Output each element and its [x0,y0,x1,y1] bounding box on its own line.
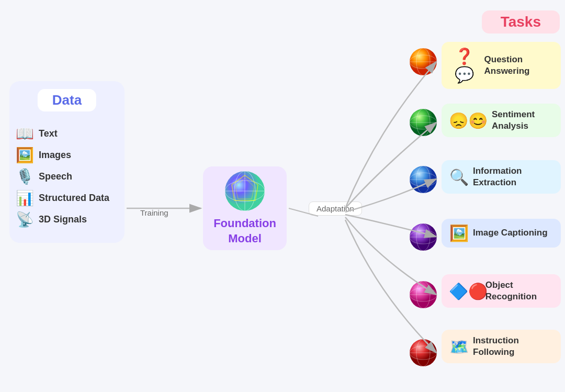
sa-task-label: SentimentAnalysis [492,109,535,132]
data-panel: Data 📖 Text 🖼️ Images 🎙️ Speech 📊 Struct… [9,81,125,243]
qa-task-label: Question Answering [484,54,553,77]
ie-task-icon: 🔍 [449,168,469,186]
text-icon: 📖 [15,125,35,142]
task-card-ie: 🔍 Information Extraction [442,160,561,194]
training-label: Training [140,208,168,217]
if-task-icon: 🗺️ [449,338,469,356]
data-item-speech-label: Speech [39,171,72,182]
task-card-ic: 🖼️ Image Captioning [442,219,561,248]
images-icon: 🖼️ [15,147,35,164]
globe-if [409,339,437,369]
qa-task-icon: ❓💬 [449,47,480,84]
sa-task-icon: 😞😊 [449,111,488,130]
data-item-speech: 🎙️ Speech [15,168,119,185]
ic-task-label: Image Captioning [473,227,548,239]
globe-ic [409,223,437,253]
data-item-structured-label: Structured Data [39,193,109,204]
data-item-images-label: Images [39,150,71,161]
task-card-sa: 😞😊 SentimentAnalysis [442,104,561,137]
foundation-model-globe [224,170,266,212]
3d-icon: 📡 [15,211,35,228]
tasks-title-box: Tasks [482,10,560,33]
or-task-icon: 🔷🔴 [449,282,481,300]
ic-task-icon: 🖼️ [449,224,469,242]
data-title-box: Data [38,89,96,111]
task-card-qa: ❓💬 Question Answering [442,42,561,89]
foundation-model-label: FoundationModel [213,216,276,246]
globe-ie [409,165,437,196]
foundation-model-box: FoundationModel [203,166,287,250]
speech-icon: 🎙️ [15,168,35,185]
data-item-text-label: Text [39,128,58,139]
task-card-if: 🗺️ Instruction Following [442,330,561,363]
globe-sa [409,108,437,139]
task-card-or: 🔷🔴 Object Recognition [442,274,561,308]
or-task-label: Object Recognition [485,279,553,303]
data-title: Data [52,92,82,108]
data-item-3d-label: 3D Signals [39,214,87,225]
if-task-label: Instruction Following [473,335,553,358]
globe-qa [409,48,437,78]
globe-or [409,281,437,311]
ie-task-label: Information Extraction [473,165,553,188]
data-item-text: 📖 Text [15,125,119,142]
structured-icon: 📊 [15,189,35,207]
adaptation-label: Adaptation [309,201,362,216]
data-item-structured: 📊 Structured Data [15,189,119,207]
data-item-images: 🖼️ Images [15,147,119,164]
tasks-title: Tasks [501,14,541,30]
data-item-3d: 📡 3D Signals [15,211,119,228]
